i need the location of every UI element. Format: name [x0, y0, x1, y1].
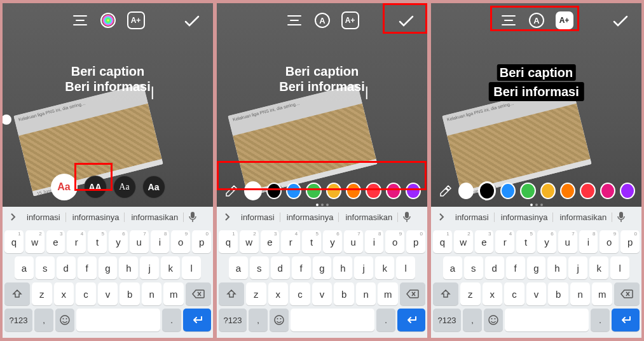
- key-i[interactable]: i8: [365, 230, 384, 253]
- key-o[interactable]: o9: [385, 230, 404, 253]
- align-icon[interactable]: [499, 11, 518, 30]
- font-style-script[interactable]: Aa: [113, 176, 136, 198]
- enter-key[interactable]: [612, 309, 640, 331]
- key-u[interactable]: u7: [130, 230, 149, 253]
- key-v[interactable]: v: [312, 282, 332, 305]
- key-z[interactable]: z: [32, 282, 52, 305]
- backspace-key[interactable]: [614, 282, 640, 305]
- key-u[interactable]: u7: [558, 230, 577, 253]
- color-white[interactable]: [458, 183, 474, 199]
- key-p[interactable]: p0: [406, 230, 425, 253]
- key-f[interactable]: f: [78, 256, 97, 279]
- comma-key[interactable]: ,: [463, 309, 482, 331]
- suggestion-3[interactable]: informasikan: [126, 212, 184, 222]
- shift-key[interactable]: [433, 282, 458, 305]
- key-j[interactable]: j: [568, 256, 587, 279]
- eyedropper-icon[interactable]: [223, 182, 240, 200]
- key-q[interactable]: q1: [433, 230, 452, 253]
- shift-key[interactable]: [4, 282, 30, 305]
- text-size-slider-thumb[interactable]: [3, 115, 11, 125]
- shift-key[interactable]: [219, 282, 244, 305]
- font-style-modern[interactable]: AA: [84, 176, 107, 198]
- period-key[interactable]: .: [591, 309, 610, 331]
- text-background-icon[interactable]: A+: [341, 11, 360, 30]
- key-m[interactable]: m: [163, 282, 184, 305]
- confirm-text-button[interactable]: [397, 12, 416, 31]
- emoji-key[interactable]: [270, 309, 289, 331]
- key-k[interactable]: k: [589, 256, 608, 279]
- suggestion-2[interactable]: informasinya: [282, 212, 339, 222]
- color-purple[interactable]: [406, 183, 421, 199]
- font-outline-icon[interactable]: A: [313, 11, 332, 30]
- backspace-key[interactable]: [186, 282, 211, 305]
- key-o[interactable]: o9: [599, 230, 619, 253]
- symbols-key[interactable]: ?123: [219, 309, 247, 331]
- key-i[interactable]: i8: [151, 230, 170, 253]
- key-a[interactable]: a: [15, 256, 34, 279]
- comma-key[interactable]: ,: [34, 309, 53, 331]
- voice-input-icon[interactable]: [399, 211, 414, 223]
- key-c[interactable]: c: [290, 282, 310, 305]
- color-green[interactable]: [306, 183, 321, 199]
- key-l[interactable]: l: [610, 256, 629, 279]
- emoji-key[interactable]: [484, 309, 503, 331]
- key-w[interactable]: w2: [25, 230, 45, 253]
- font-style-bold[interactable]: Aa: [142, 176, 165, 198]
- key-i[interactable]: i8: [579, 230, 598, 253]
- key-n[interactable]: n: [356, 282, 376, 305]
- period-key[interactable]: .: [376, 309, 395, 331]
- key-b[interactable]: b: [334, 282, 354, 305]
- key-g[interactable]: g: [527, 256, 546, 279]
- key-e[interactable]: e3: [261, 230, 280, 253]
- color-black[interactable]: [478, 181, 496, 200]
- key-e[interactable]: e3: [475, 230, 494, 253]
- key-f[interactable]: f: [506, 256, 525, 279]
- caption-text[interactable]: Beri caption Beri informasi: [488, 64, 584, 102]
- key-b[interactable]: b: [548, 282, 568, 305]
- suggestion-1[interactable]: informasi: [450, 212, 495, 222]
- color-black[interactable]: [266, 183, 282, 199]
- key-o[interactable]: o9: [171, 230, 190, 253]
- color-purple[interactable]: [620, 183, 635, 199]
- color-green[interactable]: [520, 183, 535, 199]
- key-s[interactable]: s: [250, 256, 269, 279]
- key-e[interactable]: e3: [46, 230, 65, 253]
- color-red[interactable]: [366, 183, 381, 199]
- color-yellow[interactable]: [540, 183, 556, 199]
- enter-key[interactable]: [397, 309, 425, 331]
- enter-key[interactable]: [183, 309, 211, 331]
- key-d[interactable]: d: [485, 256, 504, 279]
- key-h[interactable]: h: [547, 256, 566, 279]
- key-k[interactable]: k: [161, 256, 180, 279]
- backspace-key[interactable]: [400, 282, 425, 305]
- confirm-text-button[interactable]: [611, 12, 630, 31]
- symbols-key[interactable]: ?123: [4, 309, 32, 331]
- key-l[interactable]: l: [396, 256, 415, 279]
- align-icon[interactable]: [285, 11, 304, 30]
- key-u[interactable]: u7: [344, 230, 363, 253]
- key-r[interactable]: r4: [67, 230, 86, 253]
- caption-text[interactable]: Beri caption Beri informasi: [279, 64, 364, 94]
- suggestion-3[interactable]: informasikan: [340, 212, 398, 222]
- key-z[interactable]: z: [246, 282, 266, 305]
- key-d[interactable]: d: [57, 256, 76, 279]
- key-m[interactable]: m: [592, 282, 612, 305]
- key-s[interactable]: s: [464, 256, 483, 279]
- color-pink[interactable]: [386, 183, 401, 199]
- key-r[interactable]: r4: [281, 230, 300, 253]
- color-orange[interactable]: [346, 183, 361, 199]
- key-g[interactable]: g: [99, 256, 118, 279]
- voice-input-icon[interactable]: [613, 211, 629, 223]
- suggestion-2[interactable]: informasinya: [67, 212, 125, 222]
- key-q[interactable]: q1: [219, 230, 238, 253]
- key-f[interactable]: f: [292, 256, 311, 279]
- period-key[interactable]: .: [162, 309, 181, 331]
- key-q[interactable]: q1: [4, 230, 24, 253]
- key-j[interactable]: j: [354, 256, 373, 279]
- text-background-icon[interactable]: A+: [127, 11, 146, 30]
- color-yellow[interactable]: [326, 183, 341, 199]
- color-red[interactable]: [580, 183, 595, 199]
- key-a[interactable]: a: [229, 256, 248, 279]
- key-w[interactable]: w2: [454, 230, 473, 253]
- font-outline-icon[interactable]: A: [527, 11, 546, 30]
